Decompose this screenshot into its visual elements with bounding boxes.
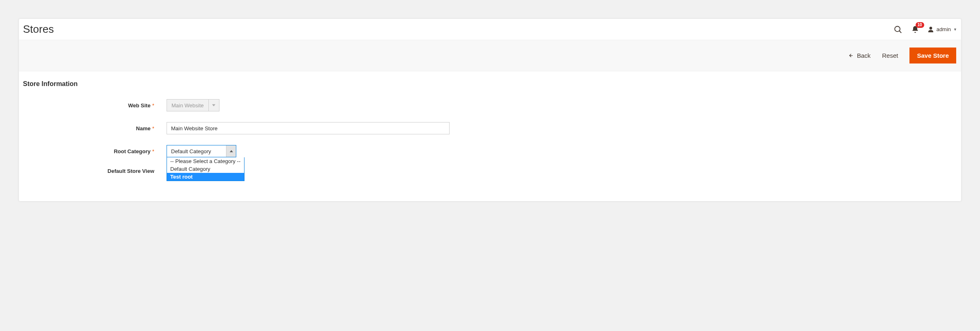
- dropdown-option[interactable]: Test root: [167, 173, 244, 181]
- section-title: Store Information: [23, 80, 957, 88]
- svg-line-1: [899, 31, 901, 33]
- website-value: Main Website: [167, 100, 208, 111]
- label-root-category: Root Category*: [23, 148, 167, 154]
- page-header: Stores 10 admin ▼: [19, 19, 961, 40]
- root-category-dropdown: -- Please Select a Category --Default Ca…: [167, 157, 244, 181]
- chevron-down-icon: ▼: [953, 27, 957, 32]
- header-actions: 10 admin ▼: [893, 25, 957, 34]
- svg-point-0: [895, 26, 900, 32]
- username-label: admin: [937, 26, 951, 32]
- required-asterisk: *: [152, 102, 154, 109]
- root-category-select[interactable]: Default Category -- Please Select a Cate…: [167, 145, 236, 157]
- reset-button[interactable]: Reset: [882, 52, 898, 59]
- notifications-icon[interactable]: 10: [910, 25, 920, 34]
- required-asterisk: *: [152, 125, 154, 131]
- page-container: Stores 10 admin ▼ Back Reset Save Store …: [18, 18, 962, 202]
- notification-badge: 10: [916, 22, 924, 28]
- chevron-up-icon[interactable]: [226, 145, 236, 157]
- row-website: Web Site* Main Website: [23, 99, 957, 111]
- root-category-value: Default Category: [167, 145, 226, 157]
- user-menu[interactable]: admin ▼: [927, 26, 957, 33]
- required-asterisk: *: [152, 148, 154, 154]
- dropdown-option[interactable]: Default Category: [167, 165, 244, 173]
- page-title: Stores: [23, 23, 54, 36]
- search-icon[interactable]: [893, 25, 903, 34]
- name-input[interactable]: [167, 122, 450, 134]
- store-information-section: Store Information Web Site* Main Website…: [19, 71, 961, 201]
- row-name: Name*: [23, 122, 957, 134]
- label-name: Name*: [23, 125, 167, 131]
- chevron-down-icon: [208, 100, 219, 111]
- website-select: Main Website: [167, 99, 219, 111]
- label-website: Web Site*: [23, 102, 167, 109]
- back-button[interactable]: Back: [848, 52, 870, 59]
- save-button[interactable]: Save Store: [909, 48, 956, 63]
- dropdown-option[interactable]: -- Please Select a Category --: [167, 157, 244, 165]
- label-default-store-view: Default Store View: [23, 168, 167, 174]
- back-label: Back: [857, 52, 870, 59]
- row-root-category: Root Category* Default Category -- Pleas…: [23, 145, 957, 157]
- row-default-store-view: Default Store View: [23, 168, 957, 174]
- action-toolbar: Back Reset Save Store: [19, 40, 961, 71]
